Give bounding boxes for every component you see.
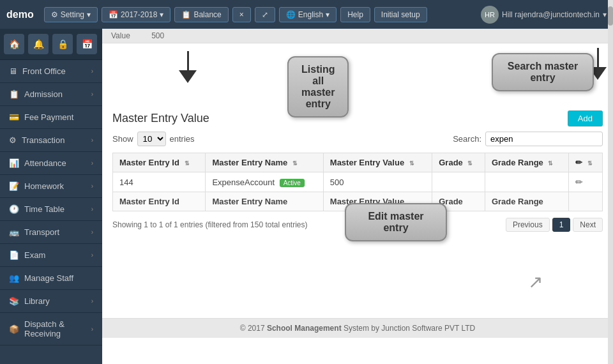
expand-button[interactable]: ⤢ <box>255 7 275 22</box>
sidebar-item-transport[interactable]: 🚌Transport › <box>0 221 102 244</box>
chevron-right-icon: › <box>91 252 93 259</box>
callout-edit: Edit master entry <box>345 203 447 241</box>
chevron-right-icon: › <box>91 326 93 333</box>
cell-name: ExpenseAccount Active <box>206 172 323 192</box>
brand-logo: demo <box>6 9 34 20</box>
cell-grade-range <box>485 172 568 192</box>
cell-grade <box>432 172 485 192</box>
help-button[interactable]: Help <box>340 7 370 22</box>
english-button[interactable]: 🌐 English ▾ <box>279 7 337 22</box>
footer-rest: System by Junction Software PVT LTD <box>342 324 476 333</box>
sidebar-item-transaction[interactable]: ⚙Transaction › <box>0 129 102 152</box>
edit-icon[interactable]: ✏ <box>575 177 583 187</box>
sidebar-item-library[interactable]: 📚Library › <box>0 290 102 313</box>
entries-label: entries <box>170 134 195 144</box>
footer-copy: © 2017 <box>240 324 267 333</box>
sidebar-item-admission[interactable]: 📋Admission › <box>0 83 102 106</box>
entries-select[interactable]: 10 25 50 <box>137 132 166 146</box>
chevron-right-icon: › <box>91 183 93 190</box>
staff-icon: 👥 <box>9 273 19 283</box>
footer-cell-edit <box>568 192 602 211</box>
add-button[interactable]: Add <box>568 110 603 126</box>
homework-icon: 📝 <box>9 181 19 191</box>
search-input[interactable] <box>485 132 603 146</box>
sidebar-item-exam[interactable]: 📄Exam › <box>0 244 102 267</box>
chevron-right-icon: › <box>91 298 93 305</box>
footer-brand: School Management <box>267 324 342 333</box>
show-entries-row: Show 10 25 50 entries Search: <box>112 132 603 146</box>
user-email: Hill rajendra@junctiontech.in <box>502 10 600 19</box>
chevron-right-icon: › <box>91 68 93 75</box>
close-button[interactable]: × <box>232 7 251 22</box>
chevron-right-icon: › <box>91 206 93 213</box>
cell-edit[interactable]: ✏ <box>568 172 602 192</box>
scroll-thumb[interactable] <box>608 6 613 26</box>
callout-listing-container: Listing all master entry <box>179 50 197 83</box>
sidebar: 🏠 🔔 🔒 📅 🖥Front Office › 📋Admission › 💳Fe… <box>0 29 102 364</box>
home-icon[interactable]: 🏠 <box>4 34 24 54</box>
fee-icon: 💳 <box>9 112 19 122</box>
sidebar-item-front-office[interactable]: 🖥Front Office › <box>0 60 102 83</box>
search-label: Search: <box>453 134 481 144</box>
active-badge: Active <box>280 179 305 187</box>
dispatch-icon: 📦 <box>9 324 19 334</box>
front-office-icon: 🖥 <box>9 66 17 76</box>
year-button[interactable]: 📅 2017-2018 ▾ <box>102 7 170 22</box>
sidebar-item-timetable[interactable]: 🕐Time Table › <box>0 198 102 221</box>
sidebar-item-fee-payment[interactable]: 💳Fee Payment <box>0 106 102 129</box>
transport-icon: 🚌 <box>9 227 19 237</box>
avatar: HR <box>481 6 499 24</box>
timetable-icon: 🕐 <box>9 204 19 214</box>
page-title: Master Entry Value <box>112 112 209 125</box>
library-icon: 📚 <box>9 296 19 306</box>
arrow-edit-icon: ↗ <box>528 271 543 292</box>
page-1-button[interactable]: 1 <box>552 218 571 232</box>
sidebar-item-dispatch[interactable]: 📦Dispatch & Receiving › <box>0 313 102 345</box>
page-footer: © 2017 School Management System by Junct… <box>102 318 613 338</box>
cell-id: 144 <box>113 172 206 192</box>
pagination: Previous 1 Next <box>506 218 603 232</box>
transaction-icon: ⚙ <box>9 135 17 145</box>
callout-search-container: Search master entry <box>589 47 607 80</box>
cell-value: 500 <box>323 172 432 192</box>
sidebar-item-homework[interactable]: 📝Homework › <box>0 175 102 198</box>
col-master-entry-name[interactable]: Master Entry Name ⇅ <box>206 153 323 172</box>
main-content: Value 500 Listing all master entry Searc… <box>102 29 613 364</box>
chevron-right-icon: › <box>91 91 93 98</box>
sidebar-item-attendance[interactable]: 📊Attendance › <box>0 152 102 175</box>
show-label: Show <box>112 134 133 144</box>
footer-cell-grade-range: Grade Range <box>485 192 568 211</box>
showing-info: Showing 1 to 1 of 1 entries (filtered fr… <box>112 220 308 229</box>
attendance-icon: 📊 <box>9 158 19 168</box>
scrollbar[interactable] <box>608 0 613 364</box>
next-button[interactable]: Next <box>573 218 603 232</box>
initial-setup-button[interactable]: Initial setup <box>374 7 427 22</box>
bell-icon[interactable]: 🔔 <box>28 34 49 54</box>
show-entries-left: Show 10 25 50 entries <box>112 132 195 146</box>
col-edit[interactable]: ✏ ⇅ <box>568 153 602 172</box>
chevron-right-icon: › <box>91 160 93 167</box>
chevron-right-icon: › <box>91 229 93 236</box>
exam-icon: 📄 <box>9 250 19 260</box>
callout-listing: Listing all master entry <box>287 56 349 118</box>
callout-search: Search master entry <box>492 53 594 91</box>
settings-button[interactable]: ⚙ Setting ▾ <box>44 7 98 22</box>
sidebar-item-manage-staff[interactable]: 👥Manage Staff <box>0 267 102 290</box>
col-grade-range[interactable]: Grade Range ⇅ <box>485 153 568 172</box>
arrow-listing <box>179 51 197 83</box>
value-hint-bar: Value 500 <box>102 29 613 43</box>
callout-edit-container: Edit master entry ↗ <box>528 271 549 292</box>
col-master-entry-value[interactable]: Master Entry Value ⇅ <box>323 153 432 172</box>
balance-button[interactable]: 📋 Balance <box>174 7 228 22</box>
footer-cell-name: Master Entry Name <box>206 192 323 211</box>
sidebar-icon-row: 🏠 🔔 🔒 📅 <box>0 29 102 60</box>
admission-icon: 📋 <box>9 89 19 99</box>
prev-button[interactable]: Previous <box>506 218 550 232</box>
calendar-icon[interactable]: 📅 <box>77 34 97 54</box>
chevron-right-icon: › <box>91 137 93 144</box>
user-info: HR Hill rajendra@junctiontech.in ▾ <box>481 6 607 24</box>
search-row: Search: <box>453 132 603 146</box>
col-master-entry-id[interactable]: Master Entry Id ⇅ <box>113 153 206 172</box>
col-grade[interactable]: Grade ⇅ <box>432 153 485 172</box>
lock-icon[interactable]: 🔒 <box>52 34 73 54</box>
